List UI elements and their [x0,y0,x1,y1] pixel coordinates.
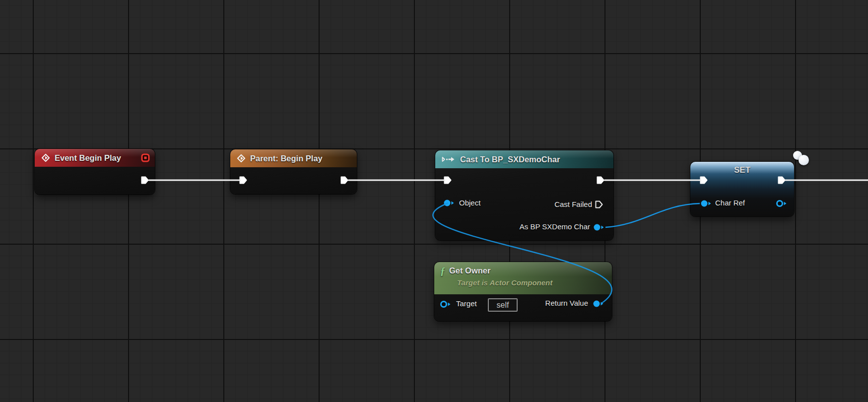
node-header: Parent: Begin Play [230,149,357,167]
node-parent-begin-play[interactable]: Parent: Begin Play [230,149,357,194]
return-value-output-pin[interactable] [592,300,604,308]
blueprint-graph[interactable]: Event Begin Play Parent: Begin Play [0,0,868,402]
node-get-owner[interactable]: ƒ Get Owner Target is Actor Component Ta… [434,262,612,321]
char-ref-input-pin[interactable] [700,200,712,207]
target-pin-label: Target [456,299,477,308]
exec-output-pin[interactable] [777,176,786,185]
node-header: Cast To BP_SXDemoChar [435,150,613,168]
exec-input-pin[interactable] [443,176,452,185]
event-diamond-icon [236,153,246,163]
char-ref-pin-label: Char Ref [715,199,745,207]
event-diamond-icon [41,153,51,163]
target-self-field[interactable]: self [488,298,518,312]
object-pin-label: Object [459,199,480,207]
cast-failed-pin-label: Cast Failed [554,200,592,208]
node-header: ƒ Get Owner Target is Actor Component [434,262,612,294]
as-char-output-pin[interactable] [593,223,604,231]
cast-icon [441,155,456,163]
function-icon: ƒ [440,266,445,276]
exec-output-pin[interactable] [140,176,149,185]
return-value-pin-label: Return Value [545,299,588,307]
as-char-pin-label: As BP SXDemo Char [520,222,590,231]
node-title: Event Begin Play [55,153,121,163]
node-cast-to-bp-sxdemochar[interactable]: Cast To BP_SXDemoChar Object Cast Failed… [435,150,613,240]
cast-failed-exec-pin[interactable] [595,200,603,209]
target-input-pin[interactable] [439,300,451,308]
event-flag-icon [141,153,150,162]
node-event-begin-play[interactable]: Event Begin Play [35,149,155,195]
node-title: Parent: Begin Play [250,154,323,163]
node-title: Get Owner [449,266,490,275]
cursor-bubble-icon [799,155,809,165]
exec-input-pin[interactable] [239,176,248,185]
node-subtitle: Target is Actor Component [457,278,552,287]
node-title: Cast To BP_SXDemoChar [460,155,560,164]
node-title: SET [690,165,794,175]
object-input-pin[interactable] [443,199,455,207]
node-set-char-ref[interactable]: SET Char Ref [690,162,794,216]
exec-output-pin[interactable] [596,176,605,185]
char-ref-output-pin[interactable] [775,200,787,207]
data-wire-aschar-to-charref[interactable] [605,203,700,227]
exec-output-pin[interactable] [340,176,349,185]
node-header: Event Begin Play [35,149,155,167]
exec-input-pin[interactable] [699,176,708,185]
